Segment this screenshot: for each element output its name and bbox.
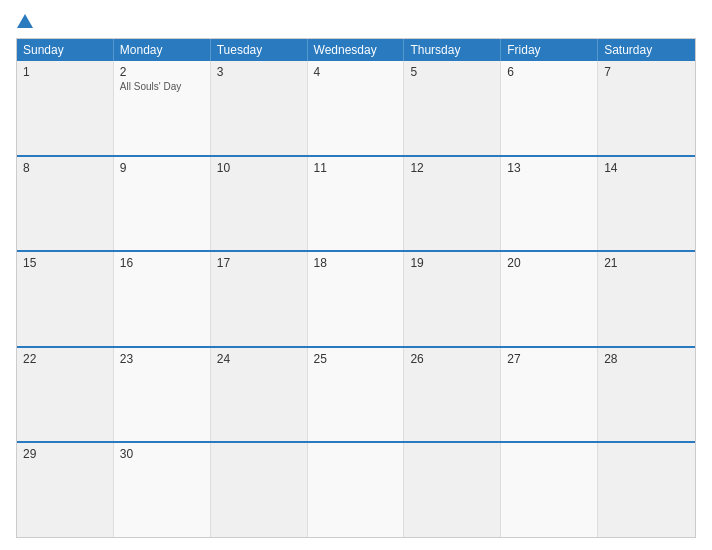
day-cell: 15 bbox=[17, 252, 114, 346]
day-number: 10 bbox=[217, 161, 301, 175]
day-number: 9 bbox=[120, 161, 204, 175]
day-number: 4 bbox=[314, 65, 398, 79]
day-cell: 6 bbox=[501, 61, 598, 155]
day-cell: 26 bbox=[404, 348, 501, 442]
day-header-saturday: Saturday bbox=[598, 39, 695, 61]
day-cell: 22 bbox=[17, 348, 114, 442]
day-number: 27 bbox=[507, 352, 591, 366]
day-cell: 10 bbox=[211, 157, 308, 251]
logo-triangle-icon bbox=[16, 12, 34, 30]
day-event: All Souls' Day bbox=[120, 81, 204, 92]
day-cell: 3 bbox=[211, 61, 308, 155]
day-cell: 24 bbox=[211, 348, 308, 442]
day-cell: 11 bbox=[308, 157, 405, 251]
day-cell: 4 bbox=[308, 61, 405, 155]
day-cell: 12 bbox=[404, 157, 501, 251]
day-cell: 27 bbox=[501, 348, 598, 442]
day-cell: 1 bbox=[17, 61, 114, 155]
logo bbox=[16, 12, 34, 30]
day-number: 19 bbox=[410, 256, 494, 270]
day-number: 8 bbox=[23, 161, 107, 175]
day-cell: 20 bbox=[501, 252, 598, 346]
week-row-5: 2930 bbox=[17, 441, 695, 537]
day-number: 16 bbox=[120, 256, 204, 270]
day-number: 6 bbox=[507, 65, 591, 79]
day-number: 15 bbox=[23, 256, 107, 270]
day-number: 3 bbox=[217, 65, 301, 79]
day-header-friday: Friday bbox=[501, 39, 598, 61]
calendar-grid: SundayMondayTuesdayWednesdayThursdayFrid… bbox=[16, 38, 696, 538]
day-number: 29 bbox=[23, 447, 107, 461]
day-number: 22 bbox=[23, 352, 107, 366]
day-number: 12 bbox=[410, 161, 494, 175]
day-cell bbox=[501, 443, 598, 537]
day-number: 23 bbox=[120, 352, 204, 366]
day-cell: 7 bbox=[598, 61, 695, 155]
day-number: 11 bbox=[314, 161, 398, 175]
day-header-sunday: Sunday bbox=[17, 39, 114, 61]
day-cell: 14 bbox=[598, 157, 695, 251]
day-cell bbox=[211, 443, 308, 537]
day-cell bbox=[598, 443, 695, 537]
day-cell: 21 bbox=[598, 252, 695, 346]
day-cell: 5 bbox=[404, 61, 501, 155]
week-row-3: 15161718192021 bbox=[17, 250, 695, 346]
day-number: 1 bbox=[23, 65, 107, 79]
day-cell: 25 bbox=[308, 348, 405, 442]
week-row-1: 12All Souls' Day34567 bbox=[17, 61, 695, 155]
day-number: 24 bbox=[217, 352, 301, 366]
day-header-wednesday: Wednesday bbox=[308, 39, 405, 61]
day-number: 17 bbox=[217, 256, 301, 270]
day-cell: 30 bbox=[114, 443, 211, 537]
svg-marker-0 bbox=[17, 14, 33, 28]
week-row-4: 22232425262728 bbox=[17, 346, 695, 442]
page: SundayMondayTuesdayWednesdayThursdayFrid… bbox=[0, 0, 712, 550]
day-number: 13 bbox=[507, 161, 591, 175]
day-cell: 9 bbox=[114, 157, 211, 251]
day-header-thursday: Thursday bbox=[404, 39, 501, 61]
day-cell: 17 bbox=[211, 252, 308, 346]
day-cell: 28 bbox=[598, 348, 695, 442]
day-cell: 29 bbox=[17, 443, 114, 537]
calendar-weeks: 12All Souls' Day345678910111213141516171… bbox=[17, 61, 695, 537]
day-headers-row: SundayMondayTuesdayWednesdayThursdayFrid… bbox=[17, 39, 695, 61]
calendar-header bbox=[16, 12, 696, 30]
day-header-tuesday: Tuesday bbox=[211, 39, 308, 61]
day-header-monday: Monday bbox=[114, 39, 211, 61]
day-number: 21 bbox=[604, 256, 689, 270]
day-cell: 2All Souls' Day bbox=[114, 61, 211, 155]
day-number: 5 bbox=[410, 65, 494, 79]
day-cell: 16 bbox=[114, 252, 211, 346]
day-number: 7 bbox=[604, 65, 689, 79]
day-cell bbox=[308, 443, 405, 537]
day-number: 28 bbox=[604, 352, 689, 366]
week-row-2: 891011121314 bbox=[17, 155, 695, 251]
day-cell bbox=[404, 443, 501, 537]
day-number: 26 bbox=[410, 352, 494, 366]
day-cell: 13 bbox=[501, 157, 598, 251]
day-number: 18 bbox=[314, 256, 398, 270]
day-number: 20 bbox=[507, 256, 591, 270]
day-cell: 19 bbox=[404, 252, 501, 346]
day-number: 14 bbox=[604, 161, 689, 175]
day-cell: 23 bbox=[114, 348, 211, 442]
day-number: 2 bbox=[120, 65, 204, 79]
day-number: 25 bbox=[314, 352, 398, 366]
day-number: 30 bbox=[120, 447, 204, 461]
day-cell: 8 bbox=[17, 157, 114, 251]
day-cell: 18 bbox=[308, 252, 405, 346]
